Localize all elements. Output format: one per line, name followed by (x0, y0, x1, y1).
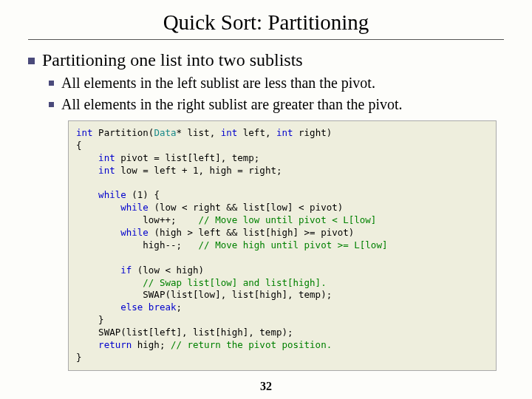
kw-return: return (98, 339, 132, 350)
code-text: } (76, 352, 82, 363)
code-text (76, 227, 120, 238)
slide-title: Quick Sort: Partitioning (28, 10, 504, 35)
kw-while: while (120, 202, 149, 213)
comment: // Move high until pivot >= L[low] (199, 239, 388, 250)
code-text (76, 165, 98, 176)
comment: // return the pivot position. (171, 339, 332, 350)
kw-break: break (149, 301, 177, 313)
code-text: low = left + 1, high = right; (115, 165, 282, 176)
code-text (143, 301, 149, 313)
bullet-level2-a: All elements in the left sublist are les… (49, 75, 504, 92)
slide: Quick Sort: Partitioning Partitioning on… (0, 0, 532, 399)
comment: // Move low until pivot < L[low] (199, 214, 377, 225)
code-text: pivot = list[left], temp; (115, 152, 260, 163)
code-text: SWAP(list[low], list[high], temp); (76, 289, 332, 300)
bullet-level2-text: All elements in the right sublist are gr… (61, 96, 403, 113)
square-bullet-icon (49, 81, 54, 86)
code-text (76, 301, 120, 313)
kw-while: while (98, 189, 126, 200)
page-number: 32 (0, 380, 532, 393)
kw-else: else (120, 301, 143, 313)
code-text: low++; (76, 214, 199, 225)
code-text: (high > left && list[high] >= pivot) (149, 227, 354, 238)
square-bullet-icon (28, 58, 35, 64)
code-text (76, 265, 120, 276)
code-text: Partition( (93, 127, 154, 138)
code-text (76, 152, 98, 163)
kw-while: while (120, 227, 149, 238)
code-text: { (76, 140, 82, 151)
code-text: high--; (76, 239, 199, 250)
code-text: (low < high) (132, 265, 204, 276)
code-text: SWAP(list[left], list[high], temp); (76, 327, 293, 338)
bullet-level1: Partitioning one list into two sublists (28, 50, 504, 70)
code-block: int Partition(Data* list, int left, int … (68, 120, 497, 371)
code-text: high; (132, 339, 171, 350)
square-bullet-icon (49, 102, 54, 107)
code-text (76, 202, 120, 213)
kw-if: if (120, 265, 132, 276)
code-text: * list, (176, 127, 220, 138)
kw-int: int (98, 152, 115, 163)
code-text: left, (237, 127, 276, 138)
kw-int: int (221, 127, 238, 138)
bullet-level1-text: Partitioning one list into two sublists (42, 50, 303, 70)
title-rule (28, 39, 504, 40)
bullet-level2-b: All elements in the right sublist are gr… (49, 96, 504, 113)
code-text: right) (293, 127, 332, 138)
code-text (76, 277, 143, 288)
kw-int: int (98, 165, 115, 176)
bullet-level2-text: All elements in the left sublist are les… (61, 75, 375, 92)
code-text (76, 339, 98, 350)
code-text: } (76, 314, 104, 325)
code-text (76, 189, 98, 200)
code-text: ; (177, 301, 183, 313)
kw-int: int (76, 127, 93, 138)
type-data: Data (154, 127, 176, 138)
kw-int: int (276, 127, 293, 138)
code-text: (1) { (126, 189, 160, 200)
comment: // Swap list[low] and list[high]. (143, 277, 326, 288)
code-text: (low < right && list[low] < pivot) (149, 202, 343, 213)
